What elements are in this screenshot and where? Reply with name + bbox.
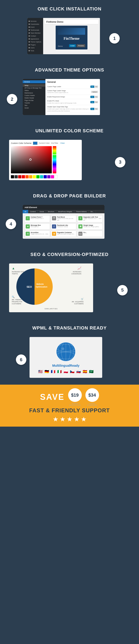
swatch[interactable] [36, 175, 40, 178]
item-name: Accordion [31, 232, 48, 233]
builder-item-facebook: f Facebook Like Facebook Tutorial [51, 223, 76, 230]
demo-title: Fintheme Demo [45, 20, 98, 24]
toggle-no[interactable]: No [94, 96, 98, 98]
stars-row: ★ ★ ★ ★ ★ [4, 416, 134, 423]
tab-all[interactable]: All [23, 210, 28, 213]
toggle-yes[interactable]: Yes [90, 86, 94, 88]
toggle-yes-no[interactable]: Yes No [90, 101, 98, 103]
tab-social[interactable]: Social [38, 210, 46, 213]
section6-title: WPML & TRANSLATION READY [4, 326, 134, 330]
swatch[interactable] [18, 175, 21, 178]
options-nav-mobile[interactable]: Mobile Header [23, 97, 46, 99]
swatch[interactable] [40, 175, 43, 178]
options-nav-header[interactable]: Custom Header [23, 94, 46, 97]
toggle-yes[interactable]: Yes [90, 101, 94, 103]
options-panel: General Setup API Keys & Message Text St… [23, 79, 100, 115]
gradient-handle[interactable] [29, 158, 32, 161]
theme-buttons: Install Preview [69, 44, 85, 47]
options-nav-social[interactable]: Social [23, 107, 46, 109]
toggle-yes-no[interactable]: Yes No [90, 86, 98, 88]
hue-bar[interactable] [53, 146, 56, 173]
hue-handle[interactable] [52, 154, 56, 155]
install-button[interactable]: Install [69, 44, 76, 47]
search-icon: 🔍 [12, 296, 14, 298]
preview-button[interactable]: Preview [77, 44, 85, 47]
item-desc: Add row-enable Google Acc... [57, 233, 75, 235]
section4-header: DRAG & DROP PAGE BUILDER [0, 187, 139, 203]
builder-tabs: All Content Social Structure WordPress W… [23, 210, 104, 213]
section3-title: UNLIMITED COLOR SCHEME [4, 128, 134, 134]
tab-theme-addons[interactable]: Theme Addons [74, 210, 89, 213]
swatch[interactable] [51, 175, 54, 178]
toggle-no[interactable]: No [94, 108, 98, 110]
builder-title: Add Element [23, 205, 104, 210]
toggle-yes-no[interactable]: Yes No [90, 96, 98, 98]
wp-main-area: Fintheme Demo FinTheme Demo Install Prev… [43, 18, 100, 54]
swatch[interactable] [54, 175, 58, 178]
swatch[interactable] [14, 175, 18, 178]
item-name: Facebook Like [57, 224, 68, 226]
swatch[interactable] [33, 175, 36, 178]
price-label-composer: VISUALCOMPOSER [86, 403, 99, 406]
price-badge-composer: $34 VISUALCOMPOSER [86, 388, 99, 406]
website-text: Website [36, 283, 44, 285]
toggle-yes[interactable]: Yes [90, 96, 94, 98]
swatch[interactable] [29, 175, 32, 178]
pageable-icon: ⊞ [52, 232, 56, 236]
hex-value[interactable]: #1e73be [51, 142, 58, 144]
section6-screenshot: MultilingualReady 🇺🇸 🇩🇪 🇫🇷 🇮🇹 🇵🇱 🇨🇿 🇸🇰 🇪… [30, 337, 102, 378]
multilingual-label: MultilingualReady [34, 364, 98, 368]
options-nav-skin[interactable]: Skin [23, 104, 46, 107]
options-row-loader: Custom Page Loader Yes No [47, 85, 98, 89]
options-row-rtl: Enable RTL ModeEnable this mode for righ… [47, 99, 98, 105]
options-nav-transfer[interactable]: Transfer [23, 102, 46, 104]
section5-header: SEO & CONVERSION-OPTIMIZED [0, 246, 139, 261]
sidebar-item: Theme Options [27, 40, 43, 43]
toggle-yes-no[interactable]: Yes No [90, 108, 98, 110]
toggle-no[interactable]: No [94, 101, 98, 103]
item-name: Separator with Text [83, 216, 102, 218]
sidebar-item: Testimonials [27, 28, 43, 32]
section5-content: SEO Website Optimization ▲ INCREASES SIT… [0, 261, 139, 319]
theme-name: FinTheme [58, 36, 85, 40]
star-4: ★ [74, 416, 80, 423]
swatch[interactable] [44, 175, 47, 178]
options-nav-status[interactable]: Status [23, 89, 46, 92]
section2-header: ADVANCED THEME OPTIONS [0, 61, 139, 77]
clear-button[interactable]: Clear [60, 142, 65, 144]
badge-1: 1 [109, 33, 120, 44]
toggle-no[interactable]: No [94, 86, 98, 88]
options-nav-api[interactable]: API Keys & Message Text [23, 87, 46, 89]
options-nav-setup[interactable]: Setup [23, 84, 46, 87]
builder-item-text: Accordion Toggle element for col... data [31, 232, 48, 235]
tab-wp-widgets[interactable]: WordPress Widgets [56, 210, 74, 213]
swatch[interactable] [11, 175, 14, 178]
badge-3: 3 [115, 157, 125, 168]
swatch[interactable] [47, 175, 50, 178]
color-gradient-picker[interactable] [11, 146, 52, 173]
swatch[interactable] [26, 175, 28, 178]
options-nav-page[interactable]: Page Info Bar [23, 99, 46, 102]
options-label: Custom Page Loader ImageUpload the custo… [47, 90, 91, 94]
flag-us: 🇺🇸 [38, 370, 43, 373]
toggle-yes[interactable]: Yes [90, 108, 94, 110]
tab-content[interactable]: Content [28, 210, 38, 213]
item-name: Pageable Container [57, 232, 75, 233]
options-label: Enable Responsive Design [47, 96, 90, 98]
badge-2: 2 [7, 94, 17, 104]
multilingual-text: Multilingual [52, 364, 70, 368]
sidebar-item: Casestudies [27, 23, 43, 26]
price-19: $19 [71, 392, 78, 398]
tab-structure[interactable]: Structure [46, 210, 56, 213]
section4-content: 4 Add Element All Content Social Structu… [0, 203, 139, 246]
upload-button[interactable]: Upload [91, 91, 98, 93]
tab-more[interactable]: De... [89, 210, 96, 213]
ann-acquiring: 🛒 AM - ACQUIRINGCUSTOMERS [72, 298, 84, 305]
item-desc: Message box [31, 226, 41, 228]
ready-text: Ready [70, 364, 80, 368]
price-circle-19: $19 [68, 388, 82, 402]
swatch[interactable] [22, 175, 25, 178]
section3-content: Custom Color Scheme Current Color #1e73b… [0, 138, 139, 187]
options-nav-maintenance[interactable]: Maintenance [23, 92, 46, 94]
color-scheme-label: Custom Color Scheme [11, 142, 32, 144]
